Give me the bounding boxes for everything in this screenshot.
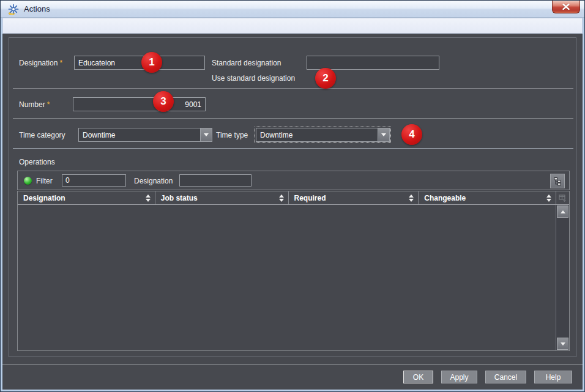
number-label: Number* [19,100,50,109]
number-input[interactable] [73,97,206,111]
actions-dialog: Actions Designation* Standard designatio… [0,0,585,392]
scroll-down-button[interactable] [557,338,568,350]
time-category-value: Downtime [79,131,200,139]
sort-updown-icon[interactable] [409,194,414,202]
hierarchy-view-button[interactable] [550,174,565,188]
callout-badge-2: 2 [315,68,336,89]
toolbar [2,18,583,34]
sort-updown-icon[interactable] [146,194,151,202]
standard-designation-label: Standard designation [212,59,281,67]
filter-designation-input[interactable] [179,174,252,187]
separator [13,148,573,149]
sort-updown-icon[interactable] [546,194,551,202]
designation-label: Designation* [19,59,62,67]
apply-button[interactable]: Apply [441,371,477,383]
column-header-required[interactable]: Required [289,191,419,204]
column-header-changeable[interactable]: Changeable [419,191,556,204]
table-body-empty[interactable] [18,205,556,350]
operations-table: Designation Job status Required Changeab… [17,191,570,351]
separator [13,118,573,119]
help-button[interactable]: Help [534,371,572,383]
callout-badge-4: 4 [401,124,422,145]
column-chooser-button[interactable] [556,191,569,204]
callout-badge-3: 3 [153,91,174,112]
required-asterisk: * [47,100,50,109]
separator [13,88,573,89]
cancel-button[interactable]: Cancel [485,371,526,383]
vertical-scrollbar[interactable] [556,205,569,350]
time-category-label: Time category [19,131,65,139]
ok-button[interactable]: OK [403,371,433,383]
time-category-dropdown[interactable]: Downtime [78,128,212,142]
filter-designation-label: Designation [134,177,173,185]
form-panel: Designation* Standard designation Use st… [9,37,576,357]
column-header-designation[interactable]: Designation [18,191,155,204]
filter-bar: Filter Designation [17,171,570,190]
close-icon [562,4,570,10]
filter-label: Filter [36,177,53,185]
callout-badge-1: 1 [141,52,162,73]
sort-updown-icon[interactable] [279,194,284,202]
required-asterisk: * [59,59,62,67]
designation-input[interactable] [74,56,205,70]
time-type-label: Time type [216,131,248,139]
chevron-down-icon[interactable] [200,128,212,141]
table-header-row: Designation Job status Required Changeab… [18,191,569,205]
filter-count-input[interactable] [62,174,126,187]
scroll-up-button[interactable] [557,205,568,218]
down-arrow-icon [561,342,565,346]
time-type-dropdown[interactable]: Downtime [256,128,390,142]
tree-hierarchy-icon [553,177,562,186]
starburst-icon [8,4,19,15]
close-button[interactable] [552,1,580,13]
column-header-job-status[interactable]: Job status [155,191,289,204]
chevron-down-icon[interactable] [378,128,389,141]
titlebar[interactable]: Actions [1,1,584,18]
button-bar: OK Apply Cancel Help [2,364,583,390]
green-led-icon [24,177,32,185]
use-standard-designation-label: Use standard designation [212,74,295,83]
window-title: Actions [24,4,50,13]
operations-section-label: Operations [19,158,55,166]
time-type-value: Downtime [256,131,378,139]
table-columns-icon [559,194,567,202]
up-arrow-icon [561,210,565,213]
dialog-content: Designation* Standard designation Use st… [2,34,583,364]
